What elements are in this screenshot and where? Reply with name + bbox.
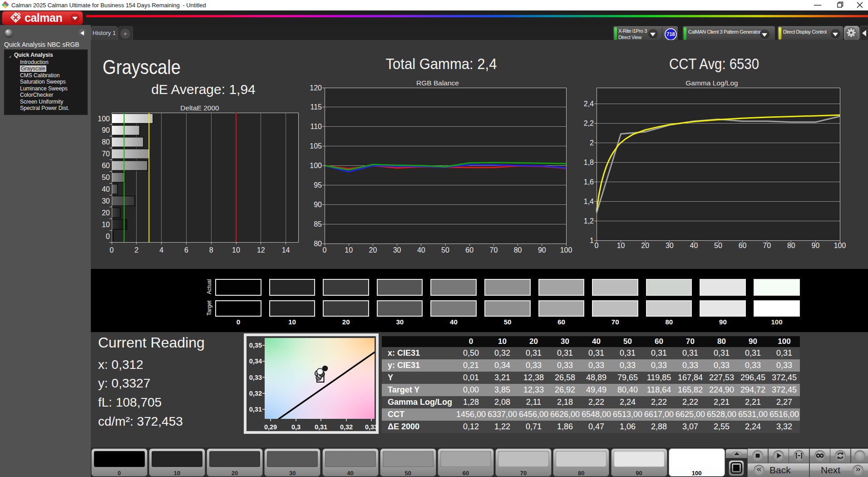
svg-text:90: 90 <box>538 246 546 254</box>
svg-text:20: 20 <box>369 246 377 254</box>
svg-text:70: 70 <box>763 242 771 249</box>
svg-text:30: 30 <box>666 242 674 249</box>
svg-text:90: 90 <box>812 242 820 249</box>
svg-text:6: 6 <box>184 246 188 254</box>
svg-text:0,34: 0,34 <box>249 358 262 365</box>
svg-text:105: 105 <box>310 142 322 150</box>
svg-text:40: 40 <box>417 246 425 254</box>
svg-text:30: 30 <box>102 197 110 205</box>
svg-text:30: 30 <box>393 246 401 254</box>
svg-text:1: 1 <box>590 237 594 244</box>
svg-text:0: 0 <box>106 233 110 240</box>
svg-text:0: 0 <box>595 242 599 249</box>
svg-text:0,32: 0,32 <box>340 423 353 431</box>
svg-text:120: 120 <box>310 84 322 92</box>
svg-text:40: 40 <box>102 185 110 193</box>
svg-text:Gamma Log/Log: Gamma Log/Log <box>686 79 738 87</box>
svg-text:2: 2 <box>134 246 138 254</box>
svg-text:115: 115 <box>310 103 322 111</box>
svg-text:Grayscale: Grayscale <box>103 55 181 79</box>
svg-text:dE Average: 1,94: dE Average: 1,94 <box>151 82 256 97</box>
svg-text:0,29: 0,29 <box>264 423 277 431</box>
svg-text:0,31: 0,31 <box>315 423 327 431</box>
svg-text:110: 110 <box>310 123 322 130</box>
svg-text:0,3: 0,3 <box>291 423 301 431</box>
svg-text:10: 10 <box>345 246 353 254</box>
svg-text:12: 12 <box>257 246 265 254</box>
svg-text:8: 8 <box>209 246 213 254</box>
svg-text:10: 10 <box>617 242 625 249</box>
svg-text:2: 2 <box>590 139 594 147</box>
svg-text:20: 20 <box>102 209 110 217</box>
svg-text:14: 14 <box>282 246 290 254</box>
svg-text:2,4: 2,4 <box>584 100 594 108</box>
svg-text:0,31: 0,31 <box>249 406 262 413</box>
svg-text:90: 90 <box>314 201 322 209</box>
svg-text:50: 50 <box>441 246 449 254</box>
svg-text:80: 80 <box>514 246 522 254</box>
svg-text:0: 0 <box>110 246 114 254</box>
svg-text:0,33: 0,33 <box>249 374 262 381</box>
svg-text:100: 100 <box>310 162 322 169</box>
svg-text:50: 50 <box>714 242 722 249</box>
svg-text:0: 0 <box>323 246 327 254</box>
svg-text:10: 10 <box>232 246 240 254</box>
svg-text:100: 100 <box>98 115 110 123</box>
svg-text:0,35: 0,35 <box>249 342 262 349</box>
svg-text:0,33: 0,33 <box>365 423 378 431</box>
svg-text:DeltaE 2000: DeltaE 2000 <box>180 104 219 112</box>
svg-text:95: 95 <box>314 181 322 189</box>
svg-text:1,2: 1,2 <box>584 217 594 225</box>
svg-text:80: 80 <box>787 242 795 249</box>
svg-text:1,4: 1,4 <box>584 198 594 205</box>
svg-text:2,2: 2,2 <box>584 119 594 127</box>
svg-text:Total Gamma: 2,4: Total Gamma: 2,4 <box>386 55 497 72</box>
svg-text:100: 100 <box>834 242 846 249</box>
svg-text:90: 90 <box>102 126 110 134</box>
svg-text:CCT Avg: 6530: CCT Avg: 6530 <box>669 55 759 72</box>
svg-text:40: 40 <box>690 242 698 249</box>
svg-text:1,6: 1,6 <box>584 178 594 186</box>
svg-text:10: 10 <box>102 221 110 229</box>
svg-text:50: 50 <box>102 174 110 181</box>
svg-text:80: 80 <box>314 240 322 248</box>
svg-text:70: 70 <box>490 246 498 254</box>
svg-text:85: 85 <box>314 220 322 228</box>
svg-text:60: 60 <box>465 246 473 254</box>
svg-text:1,8: 1,8 <box>584 159 594 166</box>
svg-text:70: 70 <box>102 150 110 158</box>
svg-text:RGB Balance: RGB Balance <box>416 79 459 87</box>
svg-text:100: 100 <box>560 246 572 254</box>
svg-text:20: 20 <box>641 242 649 249</box>
svg-text:60: 60 <box>102 162 110 169</box>
svg-text:60: 60 <box>739 242 747 249</box>
svg-text:4: 4 <box>159 246 163 254</box>
svg-text:0,32: 0,32 <box>249 390 262 397</box>
svg-text:80: 80 <box>102 138 110 146</box>
